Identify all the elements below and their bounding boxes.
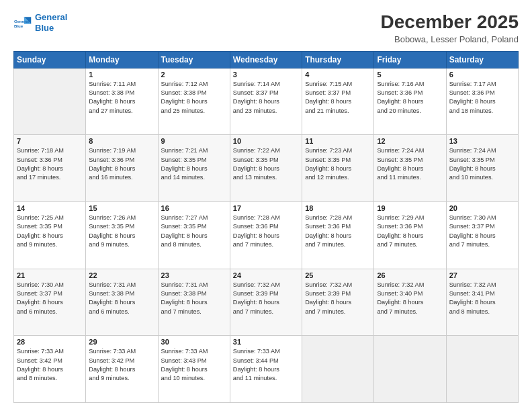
day-info: Sunrise: 7:33 AM Sunset: 3:42 PM Dayligh… [17,347,83,383]
day-number: 1 [89,71,154,79]
calendar-cell: 1Sunrise: 7:11 AM Sunset: 3:38 PM Daylig… [86,68,158,135]
logo: General Blue General Blue [13,12,67,33]
calendar-cell: 13Sunrise: 7:24 AM Sunset: 3:35 PM Dayli… [446,135,518,202]
location: Bobowa, Lesser Poland, Poland [381,34,519,44]
day-info: Sunrise: 7:33 AM Sunset: 3:43 PM Dayligh… [161,347,227,383]
day-info: Sunrise: 7:17 AM Sunset: 3:36 PM Dayligh… [449,80,515,116]
calendar-week-row: 28Sunrise: 7:33 AM Sunset: 3:42 PM Dayli… [14,336,519,403]
day-info: Sunrise: 7:32 AM Sunset: 3:40 PM Dayligh… [377,281,443,316]
calendar-week-row: 14Sunrise: 7:25 AM Sunset: 3:35 PM Dayli… [14,202,519,269]
day-number: 12 [377,137,443,145]
calendar-cell: 12Sunrise: 7:24 AM Sunset: 3:35 PM Dayli… [374,135,446,202]
day-number: 17 [233,204,299,212]
calendar-cell [14,68,86,135]
calendar-cell: 8Sunrise: 7:19 AM Sunset: 3:36 PM Daylig… [86,135,158,202]
logo-text: General Blue [35,12,67,33]
svg-text:Blue: Blue [14,24,24,28]
day-info: Sunrise: 7:31 AM Sunset: 3:38 PM Dayligh… [161,281,227,316]
day-number: 5 [377,71,443,79]
calendar-cell: 4Sunrise: 7:15 AM Sunset: 3:37 PM Daylig… [302,68,374,135]
calendar-cell: 3Sunrise: 7:14 AM Sunset: 3:37 PM Daylig… [230,68,302,135]
day-number: 14 [17,204,83,212]
day-info: Sunrise: 7:31 AM Sunset: 3:38 PM Dayligh… [89,281,154,316]
calendar-cell: 2Sunrise: 7:12 AM Sunset: 3:38 PM Daylig… [158,68,230,135]
logo-line1: General [35,12,67,22]
calendar-cell: 28Sunrise: 7:33 AM Sunset: 3:42 PM Dayli… [14,336,86,403]
day-info: Sunrise: 7:24 AM Sunset: 3:35 PM Dayligh… [449,146,515,182]
logo-icon: General Blue [13,13,32,32]
weekday-header: Saturday [446,51,518,68]
day-number: 15 [89,204,154,212]
day-number: 20 [449,204,515,212]
calendar-cell: 14Sunrise: 7:25 AM Sunset: 3:35 PM Dayli… [14,202,86,269]
day-number: 3 [233,71,299,79]
day-info: Sunrise: 7:28 AM Sunset: 3:36 PM Dayligh… [305,214,371,249]
day-info: Sunrise: 7:26 AM Sunset: 3:35 PM Dayligh… [89,214,154,249]
day-number: 13 [449,137,515,145]
calendar-cell: 17Sunrise: 7:28 AM Sunset: 3:36 PM Dayli… [230,202,302,269]
day-info: Sunrise: 7:12 AM Sunset: 3:38 PM Dayligh… [161,80,227,116]
day-info: Sunrise: 7:21 AM Sunset: 3:35 PM Dayligh… [161,146,227,182]
calendar-cell: 18Sunrise: 7:28 AM Sunset: 3:36 PM Dayli… [302,202,374,269]
calendar-cell [446,336,518,403]
day-number: 4 [305,71,371,79]
header: General Blue General Blue December 2025 … [13,12,519,44]
day-number: 9 [161,137,227,145]
day-number: 24 [233,271,299,279]
day-number: 22 [89,271,154,279]
day-info: Sunrise: 7:30 AM Sunset: 3:37 PM Dayligh… [17,281,83,316]
weekday-header: Sunday [14,51,86,68]
svg-text:General: General [14,19,30,24]
weekday-header: Monday [86,51,158,68]
day-info: Sunrise: 7:29 AM Sunset: 3:36 PM Dayligh… [377,214,443,249]
day-number: 30 [161,338,227,346]
calendar-week-row: 21Sunrise: 7:30 AM Sunset: 3:37 PM Dayli… [14,269,519,336]
day-info: Sunrise: 7:16 AM Sunset: 3:36 PM Dayligh… [377,80,443,116]
day-number: 6 [449,71,515,79]
month-title: December 2025 [381,12,519,33]
calendar-cell: 20Sunrise: 7:30 AM Sunset: 3:37 PM Dayli… [446,202,518,269]
day-number: 29 [89,338,154,346]
day-info: Sunrise: 7:33 AM Sunset: 3:44 PM Dayligh… [233,347,299,383]
calendar-cell: 31Sunrise: 7:33 AM Sunset: 3:44 PM Dayli… [230,336,302,403]
calendar-cell: 15Sunrise: 7:26 AM Sunset: 3:35 PM Dayli… [86,202,158,269]
day-info: Sunrise: 7:27 AM Sunset: 3:35 PM Dayligh… [161,214,227,249]
day-info: Sunrise: 7:32 AM Sunset: 3:41 PM Dayligh… [449,281,515,316]
calendar-cell: 22Sunrise: 7:31 AM Sunset: 3:38 PM Dayli… [86,269,158,336]
day-info: Sunrise: 7:15 AM Sunset: 3:37 PM Dayligh… [305,80,371,116]
day-number: 27 [449,271,515,279]
calendar-cell [302,336,374,403]
calendar-week-row: 7Sunrise: 7:18 AM Sunset: 3:36 PM Daylig… [14,135,519,202]
calendar-cell: 16Sunrise: 7:27 AM Sunset: 3:35 PM Dayli… [158,202,230,269]
weekday-header: Friday [374,51,446,68]
calendar-cell: 25Sunrise: 7:32 AM Sunset: 3:39 PM Dayli… [302,269,374,336]
day-number: 25 [305,271,371,279]
day-info: Sunrise: 7:30 AM Sunset: 3:37 PM Dayligh… [449,214,515,249]
day-number: 8 [89,137,154,145]
day-info: Sunrise: 7:23 AM Sunset: 3:35 PM Dayligh… [305,146,371,182]
day-number: 7 [17,137,83,145]
day-info: Sunrise: 7:14 AM Sunset: 3:37 PM Dayligh… [233,80,299,116]
calendar-cell: 5Sunrise: 7:16 AM Sunset: 3:36 PM Daylig… [374,68,446,135]
calendar-cell: 11Sunrise: 7:23 AM Sunset: 3:35 PM Dayli… [302,135,374,202]
day-number: 21 [17,271,83,279]
calendar-cell: 29Sunrise: 7:33 AM Sunset: 3:42 PM Dayli… [86,336,158,403]
day-info: Sunrise: 7:24 AM Sunset: 3:35 PM Dayligh… [377,146,443,182]
day-number: 31 [233,338,299,346]
calendar-header-row: SundayMondayTuesdayWednesdayThursdayFrid… [14,51,519,68]
day-number: 26 [377,271,443,279]
calendar-cell: 7Sunrise: 7:18 AM Sunset: 3:36 PM Daylig… [14,135,86,202]
calendar-cell: 19Sunrise: 7:29 AM Sunset: 3:36 PM Dayli… [374,202,446,269]
calendar-cell: 30Sunrise: 7:33 AM Sunset: 3:43 PM Dayli… [158,336,230,403]
calendar-cell: 9Sunrise: 7:21 AM Sunset: 3:35 PM Daylig… [158,135,230,202]
calendar-week-row: 1Sunrise: 7:11 AM Sunset: 3:38 PM Daylig… [14,68,519,135]
calendar-cell: 23Sunrise: 7:31 AM Sunset: 3:38 PM Dayli… [158,269,230,336]
day-info: Sunrise: 7:32 AM Sunset: 3:39 PM Dayligh… [305,281,371,316]
day-number: 23 [161,271,227,279]
day-number: 2 [161,71,227,79]
calendar-table: SundayMondayTuesdayWednesdayThursdayFrid… [13,51,519,403]
calendar-cell: 10Sunrise: 7:22 AM Sunset: 3:35 PM Dayli… [230,135,302,202]
day-info: Sunrise: 7:22 AM Sunset: 3:35 PM Dayligh… [233,146,299,182]
title-block: December 2025 Bobowa, Lesser Poland, Pol… [381,12,519,44]
day-number: 16 [161,204,227,212]
